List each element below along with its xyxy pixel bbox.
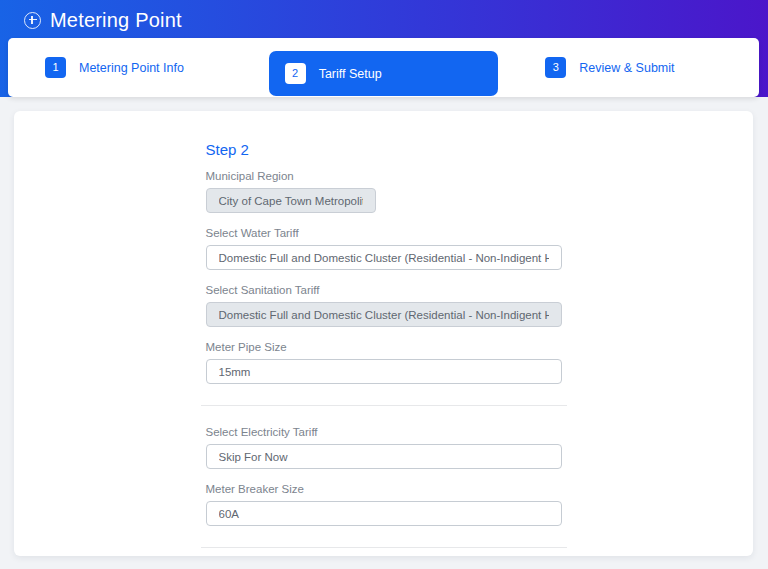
form-card: Step 2 Municipal Region Select Water Tar… [14, 111, 753, 556]
step-heading: Step 2 [206, 141, 562, 158]
plus-circle-icon [24, 12, 41, 29]
field-water-tariff: Select Water Tariff [206, 227, 562, 270]
municipal-region-label: Municipal Region [206, 170, 562, 182]
municipal-region-input [206, 188, 376, 213]
stepper-step-tariff-setup[interactable]: 2 Tariff Setup [269, 51, 499, 96]
page-title: Metering Point [50, 9, 182, 32]
field-municipal-region: Municipal Region [206, 170, 562, 213]
field-meter-breaker-size: Meter Breaker Size [206, 483, 562, 526]
section-divider-bottom [201, 547, 567, 548]
step-2-badge: 2 [285, 63, 306, 84]
water-tariff-input[interactable] [206, 245, 562, 270]
step-2-label: Tariff Setup [319, 67, 382, 81]
meter-pipe-size-label: Meter Pipe Size [206, 341, 562, 353]
meter-pipe-size-input[interactable] [206, 359, 562, 384]
stepper-step-review-submit[interactable]: 3 Review & Submit [508, 38, 759, 97]
step-3-badge: 3 [545, 57, 566, 78]
field-electricity-tariff: Select Electricity Tariff [206, 426, 562, 469]
title-row: Metering Point [0, 0, 768, 40]
water-tariff-label: Select Water Tariff [206, 227, 562, 239]
stepper: 1 Metering Point Info 2 Tariff Setup 3 R… [8, 38, 759, 97]
field-sanitation-tariff: Select Sanitation Tariff [206, 284, 562, 327]
electricity-tariff-label: Select Electricity Tariff [206, 426, 562, 438]
step-3-label: Review & Submit [579, 61, 674, 75]
sanitation-tariff-input [206, 302, 562, 327]
step-1-badge: 1 [45, 57, 66, 78]
stepper-step-metering-point-info[interactable]: 1 Metering Point Info [8, 38, 259, 97]
meter-breaker-size-input[interactable] [206, 501, 562, 526]
step-1-label: Metering Point Info [79, 61, 184, 75]
form-column: Step 2 Municipal Region Select Water Tar… [206, 141, 562, 556]
field-meter-pipe-size: Meter Pipe Size [206, 341, 562, 384]
meter-breaker-size-label: Meter Breaker Size [206, 483, 562, 495]
sanitation-tariff-label: Select Sanitation Tariff [206, 284, 562, 296]
electricity-tariff-input[interactable] [206, 444, 562, 469]
section-divider-top [201, 405, 567, 406]
